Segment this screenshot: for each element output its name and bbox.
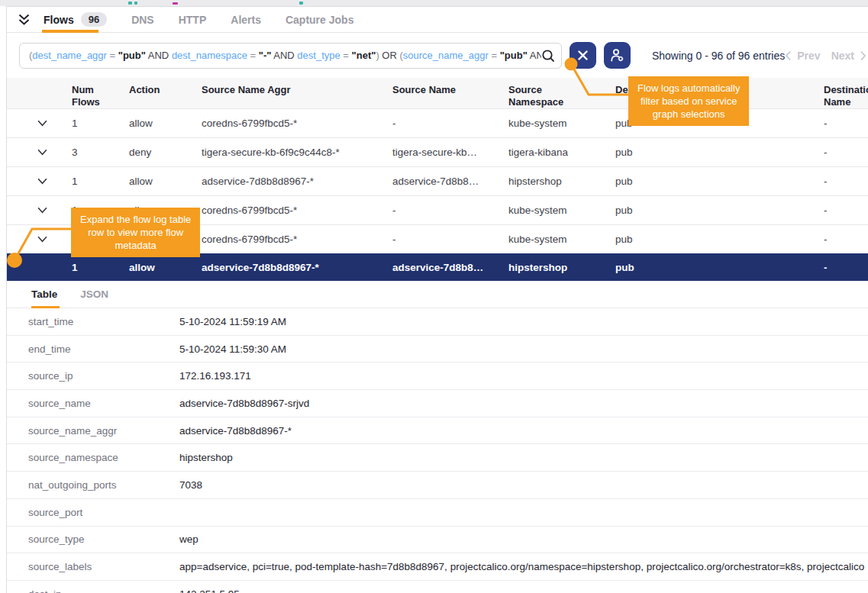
cell-dest_aggr: pub	[609, 176, 818, 187]
detail-value: adservice-7d8b8d8967-*	[179, 425, 868, 437]
detail-row: source_ip172.16.193.171	[7, 363, 868, 390]
detail-rows: start_time5-10-2024 11:59:19 AMend_time5…	[7, 308, 868, 593]
detail-tab-table[interactable]: Table	[31, 288, 57, 300]
cell-src_ns: kube-system	[502, 205, 609, 216]
strip-mark	[134, 2, 137, 5]
cell-action: allow	[123, 176, 195, 187]
row-expand-toggle[interactable]	[7, 176, 66, 187]
cell-src_name: -	[386, 234, 502, 245]
active-tab-underline	[42, 30, 98, 33]
cell-num: 1	[66, 118, 123, 129]
query-token: AND	[271, 50, 297, 61]
cell-src_name: tigera-secure-kb…	[386, 147, 502, 158]
clear-filter-button[interactable]	[570, 42, 596, 69]
table-row[interactable]: 1allowadservice-7d8b8d8967-*adservice-7d…	[7, 166, 868, 195]
strip-mark	[173, 2, 178, 5]
tab-alerts[interactable]: Alerts	[231, 14, 261, 26]
detail-key: dest_ip	[28, 588, 179, 593]
detail-value: 142.251.5.95	[179, 588, 868, 593]
detail-row: source_typewep	[7, 527, 868, 554]
query-token: dest_name_aggr	[32, 50, 107, 61]
cell-dest_aggr: pub	[609, 234, 818, 245]
filter-query-input[interactable]: (dest_name_aggr = "pub" AND dest_namespa…	[19, 43, 562, 69]
cell-src_ns: kube-system	[502, 118, 609, 129]
x-icon	[577, 50, 589, 61]
header-destination-name: Destination Name	[818, 84, 868, 108]
query-token: =	[340, 50, 352, 61]
query-token: OR	[379, 50, 400, 61]
cell-src_aggr: coredns-6799fbcd5-*	[195, 234, 386, 245]
cell-num: 1	[66, 176, 123, 187]
query-token: "-"	[259, 50, 272, 61]
table-row[interactable]: 3denytigera-secure-kb-6f9c9c44c8-*tigera…	[7, 137, 868, 166]
detail-key: source_namespace	[28, 452, 179, 463]
next-button[interactable]: Next	[831, 50, 854, 62]
row-expand-toggle[interactable]	[7, 205, 66, 216]
chevron-left-icon[interactable]	[785, 50, 792, 61]
showing-entries-text: Showing 0 - 96 of 96 entries	[652, 50, 785, 62]
tooltip-line: row to view more flow	[80, 226, 191, 239]
detail-row: source_nameadservice-7d8b8d8967-srjvd	[7, 390, 868, 417]
cell-num: 1	[66, 262, 123, 273]
detail-value: app=adservice, pci=true, pod-template-ha…	[179, 561, 868, 572]
tab-http[interactable]: HTTP	[179, 14, 207, 26]
row-expand-toggle[interactable]	[7, 147, 66, 158]
strip-mark	[128, 2, 132, 5]
detail-row: dest_ip142.251.5.95	[7, 581, 868, 593]
filter-row: (dest_name_aggr = "pub" AND dest_namespa…	[7, 33, 868, 78]
cell-src_ns: kube-system	[502, 234, 609, 245]
header-expand-col	[7, 84, 66, 108]
detail-key: source_port	[28, 507, 179, 518]
detail-value: 5-10-2024 11:59:19 AM	[179, 316, 868, 327]
cell-src_aggr: adservice-7d8b8d8967-*	[195, 262, 386, 273]
detail-value: 172.16.193.171	[179, 370, 868, 382]
tab-flows-label: Flows	[44, 14, 74, 26]
cell-dest_aggr: pub	[609, 147, 818, 158]
cell-dest_name: -	[818, 147, 868, 158]
query-token: "pub"	[118, 50, 146, 61]
cell-src_aggr: adservice-7d8b8d8967-*	[195, 176, 386, 187]
header-source-namespace: Source Namespace	[502, 84, 609, 108]
cell-dest_name: -	[818, 118, 868, 129]
detail-key: source_name_aggr	[28, 425, 179, 437]
query-token: =	[107, 50, 118, 61]
detail-key: source_type	[28, 533, 179, 545]
detail-row: source_port	[7, 499, 868, 527]
tooltip-line: Flow logs automatically	[637, 82, 740, 95]
detail-row: source_labelsapp=adservice, pci=true, po…	[7, 553, 868, 581]
person-gear-icon	[609, 47, 625, 63]
cell-dest_aggr: pub	[609, 262, 818, 273]
row-expand-toggle[interactable]	[7, 118, 66, 129]
detail-key: source_ip	[28, 370, 179, 382]
cell-src_ns: hipstershop	[502, 176, 609, 187]
search-icon[interactable]	[541, 49, 555, 63]
table-row-selected[interactable]: 1allowadservice-7d8b8d8967-*adservice-7d…	[7, 253, 868, 281]
cell-action: allow	[123, 118, 195, 129]
cell-action: deny	[123, 147, 195, 158]
query-token: AND	[146, 50, 172, 61]
detail-active-tab-underline	[31, 306, 60, 308]
chevron-down-icon	[37, 236, 47, 243]
cell-dest_name: -	[818, 234, 868, 245]
chevron-right-icon[interactable]	[860, 50, 866, 61]
user-settings-button[interactable]	[604, 42, 631, 69]
query-token: =	[489, 50, 500, 61]
detail-row: source_namespacehipstershop	[7, 444, 868, 472]
tooltip-line: filter based on service	[637, 95, 740, 108]
double-chevron-down-icon[interactable]	[18, 13, 31, 26]
row-expand-toggle[interactable]	[7, 234, 66, 245]
tab-capture-jobs[interactable]: Capture Jobs	[286, 14, 353, 26]
chevron-down-icon	[37, 120, 47, 127]
detail-tab-json[interactable]: JSON	[80, 288, 108, 300]
tab-dns[interactable]: DNS	[131, 14, 154, 26]
detail-key: end_time	[28, 343, 179, 355]
query-token: ANI	[528, 50, 541, 61]
cell-src_ns: hipstershop	[502, 262, 609, 273]
cell-src_aggr: coredns-6799fbcd5-*	[195, 118, 386, 129]
prev-button[interactable]: Prev	[797, 50, 820, 62]
chevron-down-icon	[37, 207, 47, 214]
tooltip-line: Expand the flow log table	[80, 213, 191, 226]
tab-flows[interactable]: Flows 96	[44, 12, 107, 27]
cell-dest_name: -	[818, 205, 868, 216]
cell-dest_name: -	[818, 262, 868, 273]
